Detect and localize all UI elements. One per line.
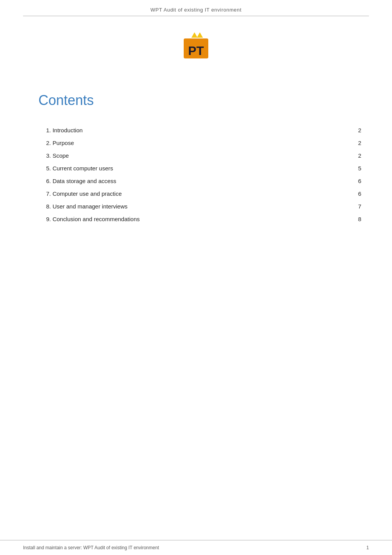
- toc-item-page: 6: [346, 175, 361, 187]
- header-divider: [23, 16, 369, 16]
- toc-item-label: 3. Scope: [46, 149, 346, 162]
- toc-item-label: 7. Computer use and practice: [46, 187, 346, 200]
- toc-item-page: 2: [346, 149, 361, 162]
- footer-page-number: 1: [366, 545, 369, 550]
- page-footer: Install and maintain a server: WPT Audit…: [0, 540, 392, 555]
- toc-row: 5. Current computer users5: [46, 162, 361, 175]
- toc-row: 9. Conclusion and recommendations8: [46, 213, 361, 225]
- page-header: WPT Audit of existing IT environment: [0, 0, 392, 19]
- main-content: Contents 1. Introduction22. Purpose23. S…: [0, 69, 392, 540]
- toc-row: 2. Purpose2: [46, 137, 361, 149]
- footer-text: Install and maintain a server: WPT Audit…: [23, 545, 159, 550]
- toc-row: 1. Introduction2: [46, 124, 361, 137]
- toc-item-label: 6. Data storage and access: [46, 175, 346, 187]
- toc-item-label: 5. Current computer users: [46, 162, 346, 175]
- logo-image: PT: [177, 31, 215, 62]
- toc-row: 7. Computer use and practice6: [46, 187, 361, 200]
- toc-item-page: 6: [346, 187, 361, 200]
- svg-marker-1: [197, 32, 203, 38]
- svg-text:PT: PT: [188, 44, 204, 58]
- toc-row: 3. Scope2: [46, 149, 361, 162]
- toc-table: 1. Introduction22. Purpose23. Scope25. C…: [46, 124, 361, 225]
- toc-item-label: 1. Introduction: [46, 124, 346, 137]
- page-container: WPT Audit of existing IT environment PT …: [0, 0, 392, 555]
- toc-item-page: 8: [346, 213, 361, 225]
- toc-item-label: 8. User and manager interviews: [46, 200, 346, 213]
- toc-item-label: 2. Purpose: [46, 137, 346, 149]
- toc-item-page: 2: [346, 137, 361, 149]
- logo-area: PT: [0, 19, 392, 69]
- toc-row: 6. Data storage and access6: [46, 175, 361, 187]
- svg-marker-0: [191, 32, 198, 38]
- toc-item-page: 7: [346, 200, 361, 213]
- toc-item-label: 9. Conclusion and recommendations: [46, 213, 346, 225]
- toc-row: 8. User and manager interviews7: [46, 200, 361, 213]
- toc-item-page: 5: [346, 162, 361, 175]
- contents-heading: Contents: [38, 92, 354, 108]
- toc-item-page: 2: [346, 124, 361, 137]
- header-title: WPT Audit of existing IT environment: [151, 7, 242, 13]
